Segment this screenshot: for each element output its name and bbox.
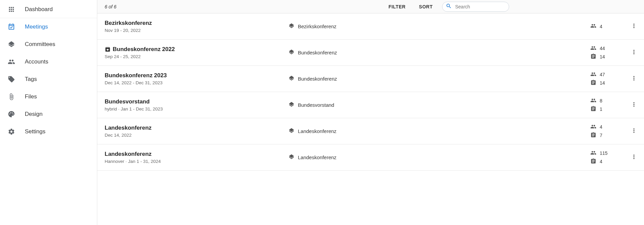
more-button[interactable]	[631, 22, 637, 30]
result-count: 6 of 6	[105, 4, 116, 9]
assignment-icon	[590, 132, 596, 139]
more-button[interactable]	[631, 75, 637, 83]
sidebar-item-dashboard[interactable]: Dashboard	[0, 1, 97, 18]
people-icon	[590, 97, 596, 104]
row-actions	[627, 22, 641, 30]
meeting-title-column: LandeskonferenzDec 14, 2022	[105, 125, 288, 138]
meeting-title-column: Bundeskonferenz 2022Sep 24 - 25, 2022	[105, 46, 288, 59]
sidebar-item-tags[interactable]: Tags	[0, 71, 97, 88]
meeting-row[interactable]: Bundeskonferenz 2023Dec 14, 2022 - Dec 3…	[97, 66, 644, 92]
tag-icon	[7, 75, 15, 83]
assignment-icon	[590, 53, 596, 60]
sidebar-item-label: Settings	[25, 128, 45, 135]
committee-name: Bezirkskonferenz	[298, 24, 336, 29]
participant-count: 4	[590, 23, 627, 30]
meeting-stats: 47	[590, 124, 627, 139]
more-button[interactable]	[631, 153, 637, 161]
row-actions	[627, 49, 641, 56]
sidebar-item-committees[interactable]: Committees	[0, 36, 97, 53]
people-icon	[590, 124, 596, 131]
meeting-title: Bundeskonferenz 2023	[105, 72, 167, 79]
more-button[interactable]	[631, 101, 637, 109]
meeting-stats: 81	[590, 97, 627, 113]
participant-count: 8	[590, 97, 627, 104]
archive-icon	[105, 46, 111, 52]
sort-button[interactable]: SORT	[415, 3, 437, 11]
meetings-list: BezirkskonferenzNov 19 - 20, 2022Bezirks…	[97, 13, 644, 225]
meeting-stats: 4414	[590, 45, 627, 60]
document-count: 14	[590, 80, 627, 87]
layers-icon	[288, 75, 294, 82]
meeting-subtitle: Nov 19 - 20, 2022	[105, 28, 288, 33]
meeting-row[interactable]: Bundeskonferenz 2022Sep 24 - 25, 2022Bun…	[97, 40, 644, 66]
meeting-row[interactable]: LandeskonferenzHannover · Jan 1 - 31, 20…	[97, 144, 644, 171]
sidebar-item-label: Accounts	[25, 58, 48, 65]
search-input[interactable]	[455, 4, 514, 9]
meeting-stats: 4714	[590, 71, 627, 87]
sidebar-item-meetings[interactable]: Meetings	[0, 18, 97, 36]
meeting-subtitle: Dec 14, 2022	[105, 133, 288, 138]
meeting-subtitle: hybrid · Jan 1 - Dec 31, 2023	[105, 106, 288, 111]
document-count: 1	[590, 106, 627, 113]
meeting-row[interactable]: BezirkskonferenzNov 19 - 20, 2022Bezirks…	[97, 13, 644, 40]
search-field-wrap[interactable]	[442, 2, 509, 12]
committee-name: Landeskonferenz	[298, 154, 336, 160]
meeting-subtitle: Sep 24 - 25, 2022	[105, 54, 288, 59]
meeting-row[interactable]: LandeskonferenzDec 14, 2022Landeskonfere…	[97, 118, 644, 144]
layers-icon	[288, 128, 294, 135]
sidebar-item-design[interactable]: Design	[0, 105, 97, 123]
meeting-committee: Landeskonferenz	[288, 128, 590, 135]
sidebar: Dashboard Meetings Committees Accounts T	[0, 0, 97, 225]
meeting-title: Landeskonferenz	[105, 125, 152, 131]
people-icon	[590, 150, 596, 157]
document-count: 14	[590, 53, 627, 60]
meeting-stats: 4	[590, 23, 627, 30]
palette-icon	[7, 110, 15, 118]
committee-name: Bundesvorstand	[298, 102, 334, 108]
layers-icon	[288, 154, 294, 161]
sidebar-item-label: Dashboard	[25, 6, 53, 13]
participant-count: 4	[590, 124, 627, 131]
meeting-title-column: BezirkskonferenzNov 19 - 20, 2022	[105, 20, 288, 33]
row-actions	[627, 75, 641, 83]
meeting-title: Bezirkskonferenz	[105, 20, 152, 27]
committee-name: Bundeskonferenz	[298, 76, 337, 82]
document-count: 7	[590, 132, 627, 139]
sidebar-item-files[interactable]: Files	[0, 88, 97, 105]
meeting-committee: Bundesvorstand	[288, 101, 590, 108]
meeting-title-column: LandeskonferenzHannover · Jan 1 - 31, 20…	[105, 151, 288, 164]
sidebar-item-label: Files	[25, 93, 37, 100]
more-button[interactable]	[631, 49, 637, 56]
participant-count: 47	[590, 71, 627, 78]
people-icon	[7, 58, 15, 66]
calendar-check-icon	[7, 23, 15, 31]
sidebar-item-label: Tags	[25, 76, 37, 83]
meeting-title: Bundesvorstand	[105, 98, 150, 105]
meeting-committee: Bundeskonferenz	[288, 75, 590, 82]
layers-icon	[288, 101, 294, 108]
meeting-row[interactable]: Bundesvorstandhybrid · Jan 1 - Dec 31, 2…	[97, 92, 644, 118]
gear-icon	[7, 128, 15, 136]
people-icon	[590, 45, 596, 52]
sidebar-item-label: Design	[25, 111, 43, 118]
meeting-committee: Bundeskonferenz	[288, 49, 590, 56]
filter-button[interactable]: FILTER	[384, 3, 410, 11]
topbar: 6 of 6 FILTER SORT	[97, 0, 644, 13]
apps-icon	[7, 5, 15, 13]
people-icon	[590, 23, 596, 30]
participant-count: 115	[590, 150, 627, 157]
meeting-title-column: Bundeskonferenz 2023Dec 14, 2022 - Dec 3…	[105, 72, 288, 85]
sidebar-item-settings[interactable]: Settings	[0, 123, 97, 140]
sidebar-item-label: Committees	[25, 41, 55, 48]
layers-icon	[288, 23, 294, 30]
people-icon	[590, 71, 596, 78]
meeting-title-column: Bundesvorstandhybrid · Jan 1 - Dec 31, 2…	[105, 98, 288, 111]
assignment-icon	[590, 80, 596, 87]
assignment-icon	[590, 158, 596, 165]
document-count: 4	[590, 158, 627, 165]
attachment-icon	[7, 93, 15, 101]
sidebar-item-accounts[interactable]: Accounts	[0, 53, 97, 71]
meeting-title: Bundeskonferenz 2022	[113, 46, 175, 53]
more-button[interactable]	[631, 127, 637, 135]
meeting-subtitle: Hannover · Jan 1 - 31, 2024	[105, 159, 288, 164]
